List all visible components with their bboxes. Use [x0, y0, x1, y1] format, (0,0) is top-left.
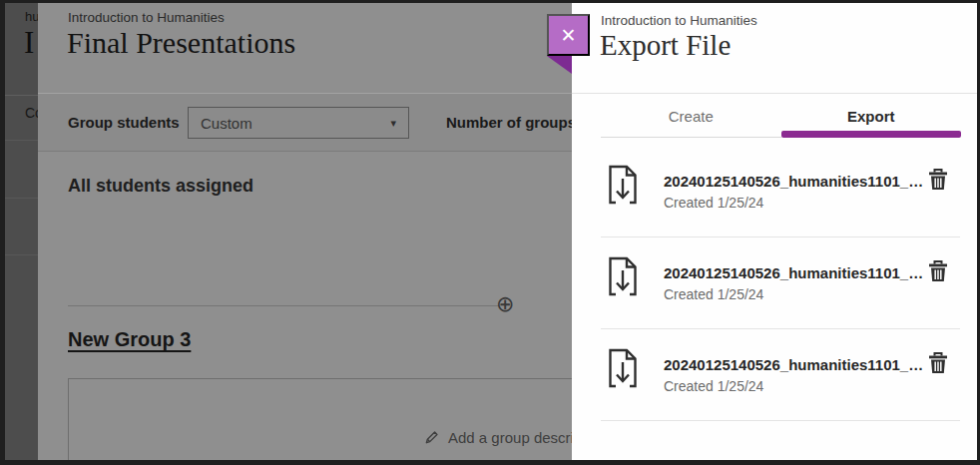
- background-divider: [5, 95, 38, 96]
- group-name-link[interactable]: New Group 3: [68, 328, 191, 351]
- close-button[interactable]: ✕: [547, 14, 590, 56]
- tab-export-active-underline: [781, 131, 962, 138]
- export-file-list: 20240125140526_humanities1101_… Created …: [601, 138, 960, 421]
- background-title-fragment: I: [24, 25, 34, 61]
- delete-export-button[interactable]: [928, 169, 948, 194]
- tab-create-label: Create: [669, 108, 714, 125]
- export-file-name[interactable]: 20240125140526_humanities1101_…: [664, 356, 923, 373]
- background-page: hu I Co: [5, 3, 38, 460]
- export-file-row[interactable]: 20240125140526_humanities1101_… Created …: [601, 138, 960, 237]
- export-file-created-date: Created 1/25/24: [664, 195, 763, 211]
- export-file-created-date: Created 1/25/24: [664, 378, 763, 394]
- background-section-line: [5, 140, 38, 141]
- pencil-icon: [424, 430, 439, 445]
- tab-export-label: Export: [847, 108, 895, 125]
- export-file-row-content: 20240125140526_humanities1101_… Created …: [601, 256, 960, 300]
- panel-title: Export File: [600, 29, 731, 62]
- group-settings-bar: Group students Custom ▾ Number of groups: [38, 93, 572, 152]
- trash-icon: [928, 352, 948, 374]
- students-assigned-status: All students assigned: [68, 176, 253, 197]
- group-students-select[interactable]: Custom ▾: [188, 107, 409, 139]
- file-download-icon: [608, 256, 638, 296]
- add-group-description-label: Add a group description: [448, 429, 572, 446]
- close-icon: ✕: [561, 24, 577, 47]
- export-file-row[interactable]: 20240125140526_humanities1101_… Created …: [601, 329, 960, 421]
- chevron-down-icon: ▾: [390, 118, 396, 129]
- panel-breadcrumb: Introduction to Humanities: [601, 13, 757, 28]
- number-of-groups-label: Number of groups: [446, 114, 572, 131]
- tab-export[interactable]: Export: [781, 94, 962, 138]
- background-section-line: [5, 254, 38, 255]
- breadcrumb: Introduction to Humanities: [68, 10, 225, 25]
- export-file-row[interactable]: 20240125140526_humanities1101_… Created …: [601, 237, 960, 329]
- group-students-label: Group students: [68, 114, 180, 131]
- groups-page-panel: Introduction to Humanities Final Present…: [38, 3, 572, 460]
- add-group-divider: [68, 305, 499, 306]
- delete-export-button[interactable]: [928, 260, 948, 285]
- file-download-icon: [608, 348, 638, 388]
- export-file-row-content: 20240125140526_humanities1101_… Created …: [601, 348, 960, 392]
- group-students-selected-value: Custom: [201, 115, 252, 132]
- file-download-icon: [608, 165, 638, 205]
- export-file-name[interactable]: 20240125140526_humanities1101_…: [664, 264, 923, 281]
- background-section-line: [5, 198, 38, 199]
- trash-icon: [928, 169, 948, 191]
- delete-export-button[interactable]: [928, 352, 948, 377]
- group-card: Add a group description: [68, 378, 572, 460]
- add-group-description-button[interactable]: Add a group description: [424, 429, 572, 446]
- tab-create[interactable]: Create: [601, 94, 781, 138]
- add-group-plus-icon[interactable]: ⊕: [496, 293, 514, 315]
- export-file-row-content: 20240125140526_humanities1101_… Created …: [601, 165, 960, 209]
- export-file-panel: ✕ Introduction to Humanities Export File…: [572, 3, 977, 460]
- page-title: Final Presentations: [67, 26, 295, 60]
- tab-bar: Create Export: [601, 94, 961, 138]
- screen: hu I Co Introduction to Humanities Final…: [0, 0, 980, 465]
- trash-icon: [928, 260, 948, 282]
- export-file-created-date: Created 1/25/24: [664, 286, 763, 302]
- close-button-ribbon-fold: [547, 56, 572, 74]
- export-file-name[interactable]: 20240125140526_humanities1101_…: [664, 173, 923, 190]
